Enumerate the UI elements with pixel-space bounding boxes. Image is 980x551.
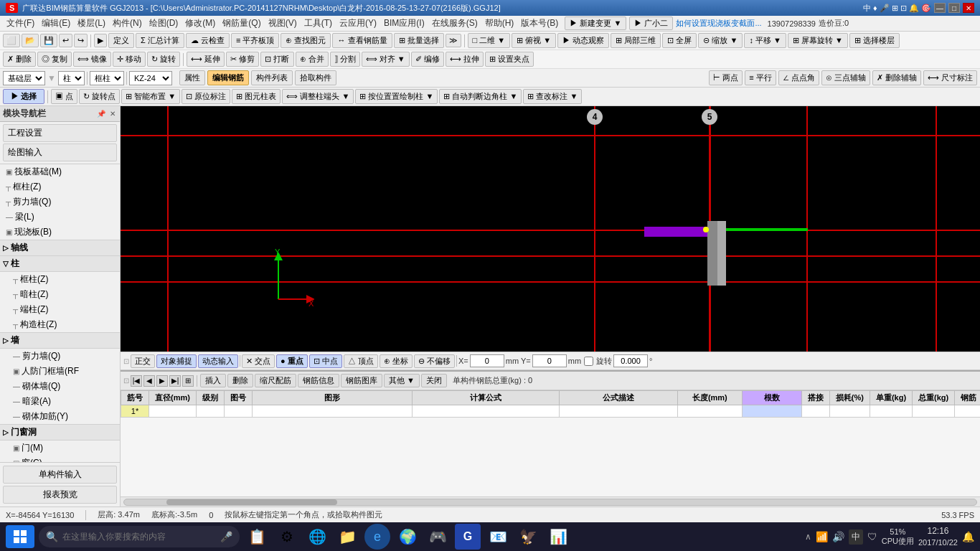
sidebar-item-door[interactable]: ▣门(M): [0, 441, 120, 456]
row-barno-1[interactable]: [149, 405, 197, 418]
menu-cloud[interactable]: 云应用(Y): [336, 16, 380, 31]
nav-prev-btn[interactable]: ◀: [143, 375, 155, 387]
rebar-table-container[interactable]: 筋号 直径(mm) 级别 图号 图形 计算公式 公式描述 长度(mm) 根数 搭…: [121, 390, 980, 496]
smart-layout-btn[interactable]: ⊞ 智能布置 ▼: [121, 89, 180, 104]
two-pt-btn[interactable]: ⊢ 两点: [709, 70, 743, 85]
properties-btn[interactable]: 属性: [179, 70, 205, 85]
row-figno-1[interactable]: [252, 405, 412, 418]
sidebar-item-shear-wall[interactable]: ┬剪力墙(Q): [0, 194, 120, 209]
notification-icon[interactable]: 🔔: [962, 531, 974, 542]
copy-btn[interactable]: ◎ 复制: [37, 52, 72, 67]
volume-icon[interactable]: 🔊: [832, 531, 844, 542]
zoom-btn[interactable]: ⊝ 缩放 ▼: [698, 33, 743, 48]
ime-label[interactable]: 中: [849, 529, 863, 545]
clock[interactable]: 12:16 2017/10/22: [918, 525, 958, 548]
row-count-1[interactable]: [742, 405, 801, 418]
grip-btn[interactable]: ⊞ 设置夹点: [485, 52, 534, 67]
minimize-btn[interactable]: —: [934, 3, 946, 13]
sidebar-group-col[interactable]: ▽柱: [0, 256, 120, 272]
sidebar-item-dark-beam[interactable]: —暗梁(A): [0, 394, 120, 409]
menu-floor[interactable]: 楼层(L): [74, 16, 109, 31]
row-totalw-1[interactable]: [913, 405, 955, 418]
antivirus-icon[interactable]: 🛡: [867, 531, 877, 542]
auto-corner-btn[interactable]: ⊞ 自动判断边角柱 ▼: [439, 89, 522, 104]
find-elem-btn[interactable]: ⊕ 查找图元: [281, 33, 331, 48]
sidebar-group-door-win[interactable]: ▷门窗洞: [0, 424, 120, 441]
project-setup-btn[interactable]: 工程设置: [3, 124, 117, 142]
canvas-area[interactable]: 4 5 Y X: [121, 106, 980, 352]
obj-snap-btn[interactable]: 对象捕捉: [156, 354, 197, 368]
rotate-input[interactable]: [613, 354, 648, 367]
rebar-info-btn[interactable]: 钢筋信息: [298, 374, 339, 387]
delete-btn[interactable]: ✗ 删除: [3, 52, 36, 67]
check-annot-btn[interactable]: ⊞ 查改标注 ▼: [523, 89, 582, 104]
nav-add-btn[interactable]: ⊞: [182, 375, 194, 387]
del-row-btn[interactable]: 删除: [227, 374, 253, 387]
trim-btn[interactable]: ✂ 修剪: [226, 52, 259, 67]
sidebar-item-civil-def-wall[interactable]: ▣人防门框墙(RF: [0, 364, 120, 379]
screen-rotate-btn[interactable]: ⊞ 屏幕旋转 ▼: [788, 33, 848, 48]
pan-btn[interactable]: ↕ 平移 ▼: [744, 33, 786, 48]
menu-tools[interactable]: 工具(T): [301, 16, 336, 31]
report-preview-btn[interactable]: 报表预览: [3, 486, 117, 504]
calc-btn[interactable]: Σ 汇总计算: [136, 33, 184, 48]
save-btn[interactable]: 💾: [40, 34, 57, 47]
network-icon[interactable]: 📶: [816, 531, 828, 542]
extend-btn[interactable]: ⟷ 延伸: [187, 52, 225, 67]
del-aux-btn[interactable]: ✗ 删除辅轴: [872, 70, 921, 85]
menu-draw[interactable]: 绘图(D): [146, 16, 182, 31]
rotate-pt-btn[interactable]: ↻ 旋转点: [79, 89, 120, 104]
sidebar-item-end-col[interactable]: ┬端柱(Z): [0, 302, 120, 317]
local-3d-btn[interactable]: ⊞ 局部三维: [611, 33, 661, 48]
three-pt-btn[interactable]: ⊙ 三点辅轴: [821, 70, 870, 85]
sidebar-item-slab[interactable]: ▣现浇板(B): [0, 225, 120, 240]
sidebar-item-window[interactable]: ▣窗(C): [0, 456, 120, 462]
col-table-btn[interactable]: ⊞ 图元柱表: [232, 89, 281, 104]
scroll-thumb[interactable]: [166, 499, 337, 505]
menu-view[interactable]: 视图(V): [265, 16, 301, 31]
close-btn[interactable]: ✕: [963, 3, 974, 13]
taskbar-icon-task[interactable]: 📋: [244, 524, 270, 550]
view-top-btn[interactable]: ⊞ 俯视 ▼: [512, 33, 556, 48]
taskbar-icon-browser[interactable]: 🌐: [304, 524, 330, 550]
menu-edit[interactable]: 编辑(E): [38, 16, 74, 31]
y-input[interactable]: [532, 354, 567, 367]
row-shape-1[interactable]: [412, 405, 559, 418]
system-tray-up-arrow[interactable]: ∧: [805, 532, 811, 542]
sidebar-item-struct-col[interactable]: ┬构造柱(Z): [0, 317, 120, 332]
align-btn[interactable]: ⟺ 对齐 ▼: [362, 52, 410, 67]
midpoint-btn[interactable]: ● 重点: [276, 354, 308, 368]
open-btn[interactable]: 📂: [22, 34, 39, 47]
sidebar-item-masonry[interactable]: —砌体墙(Q): [0, 379, 120, 394]
select-floor-btn[interactable]: ⊞ 选择楼层: [849, 33, 900, 48]
dyn-input-btn[interactable]: 动态输入: [198, 354, 238, 368]
parallel-btn[interactable]: ≡ 平行: [745, 70, 776, 85]
scale-rebar-btn[interactable]: 缩尺配筋: [255, 374, 296, 387]
dynamic-view-btn[interactable]: ▶ 动态观察: [557, 33, 609, 48]
sidebar-item-sw[interactable]: —剪力墙(Q): [0, 349, 120, 364]
draw-col-pos-btn[interactable]: ⊞ 按位置置绘制柱 ▼: [355, 89, 438, 104]
undo-btn[interactable]: ↩: [59, 34, 72, 47]
type-select[interactable]: 框柱: [90, 71, 124, 85]
row-loss-1[interactable]: [829, 405, 870, 418]
adj-col-head-btn[interactable]: ⟺ 调整柱端头 ▼: [282, 89, 354, 104]
howto-link[interactable]: 如何设置现浇板变截面...: [676, 18, 761, 29]
sidebar-item-beam[interactable]: —梁(L): [0, 209, 120, 225]
rebar-lib-btn[interactable]: 钢筋图库: [341, 374, 382, 387]
search-bar[interactable]: 🔍 🎤: [39, 526, 240, 547]
start-button[interactable]: [6, 525, 34, 548]
sidebar-pin-btn[interactable]: 📌: [95, 110, 107, 118]
play-btn[interactable]: ▶: [94, 34, 107, 47]
fullscreen-btn[interactable]: ⊡ 全屏: [662, 33, 697, 48]
sidebar-item-masonry-rebar[interactable]: —砌体加筋(Y): [0, 409, 120, 424]
taskbar-icon-apps[interactable]: ⚙: [274, 524, 300, 550]
row-steel-1[interactable]: [955, 405, 980, 418]
taskbar-icon-folder[interactable]: 📁: [334, 524, 360, 550]
taskbar-icon-extra2[interactable]: 📊: [545, 524, 571, 550]
menu-online[interactable]: 在线服务(S): [428, 16, 481, 31]
search-input[interactable]: [62, 532, 216, 542]
maximize-btn[interactable]: □: [948, 3, 960, 13]
layer-select[interactable]: 基础层: [3, 71, 45, 85]
insert-row-btn[interactable]: 插入: [200, 374, 226, 387]
new-file-btn[interactable]: ⬜: [3, 34, 20, 47]
